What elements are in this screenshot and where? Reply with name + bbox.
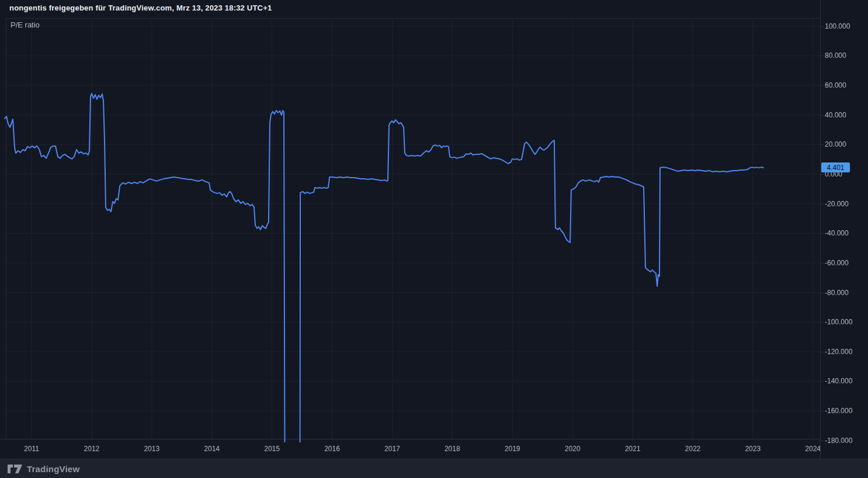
price-axis-tick (821, 293, 824, 293)
price-axis-tick (821, 56, 824, 56)
price-axis-tick (821, 322, 824, 323)
price-axis[interactable]: 4.401 100.00080.00060.00040.00020.0000.0… (820, 0, 868, 459)
price-axis-tick (821, 26, 824, 27)
time-axis-label: 2015 (264, 445, 280, 453)
price-axis-label: -180.000 (825, 437, 852, 445)
price-axis-tick (821, 411, 824, 411)
time-axis-label: 2011 (24, 445, 39, 453)
price-axis-label: 80.000 (825, 51, 846, 60)
time-axis-label: 2014 (204, 445, 220, 453)
pe-ratio-line-chart[interactable] (0, 0, 820, 442)
price-axis-tick (821, 85, 824, 86)
tradingview-brand-text: TradingView (27, 464, 79, 474)
price-axis-tick (821, 174, 824, 175)
price-axis-tick (821, 263, 824, 264)
tradingview-brand-link[interactable]: TradingView (8, 464, 79, 474)
price-axis-label: -80.000 (825, 289, 849, 297)
time-axis-label: 2012 (84, 445, 100, 453)
price-axis-label: 60.000 (825, 81, 846, 89)
time-axis-label: 2013 (144, 445, 159, 453)
price-axis-tick (821, 204, 824, 205)
price-axis-label: -160.000 (825, 407, 852, 415)
last-value-badge: 4.401 (821, 162, 850, 172)
price-axis-label: -20.000 (825, 200, 849, 208)
price-axis-tick (821, 233, 824, 234)
price-axis-label: -60.000 (825, 259, 849, 267)
price-axis-tick (821, 381, 824, 382)
price-axis-label: -40.000 (825, 229, 849, 237)
time-axis-label: 2023 (745, 445, 761, 453)
time-axis-label: 2021 (625, 445, 641, 453)
price-axis-tick (821, 441, 824, 441)
price-axis-label: -100.000 (825, 318, 852, 326)
series-legend-label[interactable]: P/E ratio (11, 20, 40, 29)
pe-ratio-series-line (5, 93, 763, 442)
tradingview-logo-icon (8, 465, 22, 473)
price-pane[interactable]: P/E ratio (0, 0, 820, 439)
price-axis-label: -140.000 (825, 377, 852, 385)
price-axis-tick (821, 115, 824, 116)
time-axis-label: 2024 (805, 445, 821, 453)
price-axis-tick (821, 144, 824, 145)
time-axis-label: 2017 (384, 445, 400, 453)
footer-toolbar: TradingView (0, 459, 868, 478)
price-axis-label: 40.000 (825, 111, 846, 119)
price-axis-label: 20.000 (825, 140, 846, 148)
time-axis-label: 2019 (505, 445, 520, 453)
price-axis-tick (821, 352, 824, 352)
attribution-text: nongentis freigegeben für TradingView.co… (9, 4, 272, 12)
price-axis-label: 100.000 (825, 22, 850, 30)
time-axis-label: 2018 (445, 445, 460, 453)
time-axis-label: 2016 (324, 445, 340, 453)
time-axis-label: 2022 (685, 445, 701, 453)
chart-root: nongentis freigegeben für TradingView.co… (0, 0, 868, 478)
time-axis-label: 2020 (565, 445, 581, 453)
price-axis-label: -120.000 (825, 348, 852, 356)
